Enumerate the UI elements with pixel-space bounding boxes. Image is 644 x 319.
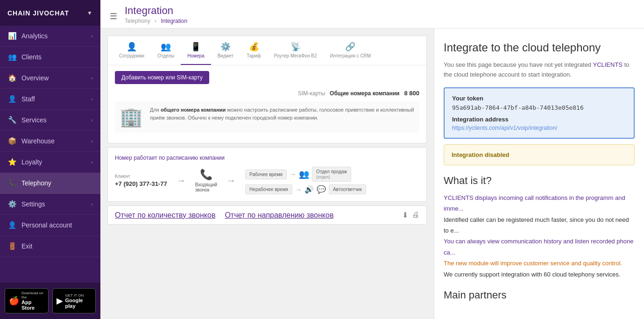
- googleplay-button[interactable]: ▶ GET IT ON Google play: [52, 288, 96, 313]
- sidebar-label-exit: Exit: [21, 242, 32, 250]
- sidebar-nav: 📊 Analytics › 👥 Clients 🏠 Overview › 👤 S…: [0, 26, 100, 283]
- phone-card-body: Добавить номер или SIM-карту SIM-карты О…: [108, 65, 426, 143]
- top-bar: ☰ Integration Telephony › Integration: [100, 0, 644, 28]
- sidebar-item-telephony[interactable]: 📞 Telephony: [0, 173, 100, 194]
- googleplay-small: GET IT ON: [65, 293, 92, 298]
- sidebar-item-settings[interactable]: ⚙️ Settings ›: [0, 194, 100, 215]
- sidebar-item-personal[interactable]: 👤 Personal account: [0, 215, 100, 236]
- hamburger-icon[interactable]: ☰: [110, 11, 117, 21]
- speaker-icon: 🔊: [304, 185, 314, 194]
- flow-arrow2: →: [226, 175, 236, 186]
- flow-working-box: Рабочее время: [245, 170, 287, 179]
- telephony-icon: 📞: [7, 179, 17, 187]
- phone-tab-интеграциясcrm[interactable]: 🔗 Интеграция с CRM: [324, 36, 378, 65]
- chevron-icon: ›: [91, 96, 93, 102]
- appstore-button[interactable]: 🍎 Download on the App Store: [5, 288, 49, 313]
- page-title: Integration: [125, 5, 635, 17]
- disabled-label: Integration disabled: [452, 151, 627, 158]
- phone-tab-отделы[interactable]: 👥 Отделы: [151, 36, 181, 65]
- sidebar: CHAIN JIVOCHAT ▼ 📊 Analytics › 👥 Clients…: [0, 0, 100, 319]
- sidebar-item-staff[interactable]: 👤 Staff ›: [0, 89, 100, 110]
- sim-tab-company[interactable]: Общие номера компании: [330, 90, 399, 97]
- incoming-label: Входящийзвонок: [195, 182, 217, 192]
- flow-arrow1: →: [177, 175, 186, 186]
- panel-title: Integrate to the cloud telephony: [444, 40, 635, 55]
- report-count-link[interactable]: Отчет по количеству звонков: [115, 211, 215, 220]
- right-panel: Integrate to the cloud telephony You see…: [434, 28, 644, 319]
- download-icon[interactable]: ⬇: [402, 211, 408, 220]
- company-desc: Для общего номера компании можно настрои…: [150, 106, 415, 128]
- settings-icon: ⚙️: [7, 200, 17, 208]
- sidebar-label-personal: Personal account: [21, 221, 72, 229]
- what-is-it-list: YCLIENTS displays incoming call notifica…: [444, 192, 635, 280]
- sidebar-label-loyalty: Loyalty: [21, 158, 42, 166]
- googleplay-big: Google play: [65, 298, 92, 309]
- appstore-small: Download on the: [21, 291, 44, 299]
- page-title-area: Integration Telephony › Integration: [125, 5, 635, 28]
- overview-icon: 🏠: [7, 74, 17, 82]
- sim-number: 8 800: [404, 90, 419, 97]
- phone-tab-виджет[interactable]: ⚙️ Виджет: [211, 36, 241, 65]
- phone-tab-сотрудники[interactable]: 👤 Сотрудники: [113, 36, 151, 65]
- sidebar-label-services: Services: [21, 116, 47, 124]
- content-area: 👤 Сотрудники 👥 Отделы 📱 Номера ⚙️ Виджет…: [100, 28, 644, 319]
- company-number-info: 🏢 Для общего номера компании можно настр…: [115, 101, 419, 133]
- flow-arrow-mid2: →: [295, 186, 302, 193]
- sidebar-item-exit[interactable]: 🚪 Exit: [0, 236, 100, 257]
- sidebar-label-analytics: Analytics: [21, 32, 48, 40]
- sidebar-item-clients[interactable]: 👥 Clients: [0, 47, 100, 68]
- panel-desc: You see this page because you have not y…: [444, 60, 635, 80]
- report-bar: Отчет по количеству звонков Отчет по нап…: [107, 206, 427, 225]
- address-value: https://yclients.com/api/v1/voip/integra…: [452, 125, 626, 131]
- clients-icon: 👥: [7, 53, 17, 61]
- what-line-2: You can always view communication histor…: [444, 236, 635, 258]
- report-direction-link[interactable]: Отчет по направлению звонков: [225, 211, 333, 220]
- apple-icon: 🍎: [9, 296, 19, 306]
- breadcrumb-current: Integration: [161, 18, 187, 24]
- sidebar-item-loyalty[interactable]: ⭐ Loyalty ›: [0, 152, 100, 173]
- sidebar-label-telephony: Telephony: [21, 179, 51, 187]
- chevron-icon: ›: [91, 201, 93, 207]
- report-icons: ⬇ 🖨: [402, 211, 419, 220]
- dept-icon: 👥: [299, 169, 309, 179]
- chevron-icon: ›: [91, 75, 93, 81]
- warehouse-icon: 📦: [7, 137, 17, 145]
- sidebar-item-services[interactable]: 🔧 Services ›: [0, 110, 100, 131]
- sidebar-item-warehouse[interactable]: 📦 Warehouse ›: [0, 131, 100, 152]
- print-icon[interactable]: 🖨: [412, 211, 419, 220]
- android-icon: ▶: [57, 296, 63, 306]
- app-name: CHAIN JIVOCHAT: [7, 9, 69, 17]
- address-label: Integration address: [452, 116, 626, 123]
- flow-row-working: Рабочее время → 👥 Отдел продаж(отдел): [245, 167, 366, 182]
- phone-tab-номера[interactable]: 📱 Номера: [181, 36, 211, 65]
- loyalty-icon: ⭐: [7, 158, 17, 166]
- bubble-icon: 💬: [317, 185, 326, 194]
- sidebar-item-analytics[interactable]: 📊 Analytics ›: [0, 26, 100, 47]
- flow-autoreply-box: Автоответчик: [329, 184, 366, 194]
- flow-nonworking-box: Нерабочее время: [245, 184, 292, 194]
- sim-tab-sim[interactable]: SIM-карты: [298, 90, 325, 97]
- flow-dept-box: Отдел продаж(отдел): [312, 167, 351, 182]
- yclients-highlight: YCLIENTS: [593, 61, 623, 68]
- chevron-down-icon: ▼: [87, 10, 93, 16]
- staff-icon: 👤: [7, 95, 17, 103]
- flow-arrow-mid1: →: [290, 170, 296, 178]
- what-line-4: We currently support integration with 60…: [444, 269, 635, 280]
- sidebar-item-overview[interactable]: 🏠 Overview ›: [0, 68, 100, 89]
- flow-card: Номер работает по расписанию компании Кл…: [107, 147, 427, 202]
- sidebar-header[interactable]: CHAIN JIVOCHAT ▼: [0, 0, 100, 26]
- phone-tab-тариф[interactable]: 💰 Тариф: [240, 36, 268, 65]
- flow-header: Номер работает по расписанию компании: [115, 155, 419, 161]
- add-number-button[interactable]: Добавить номер или SIM-карту: [115, 71, 209, 84]
- flow-group: Рабочее время → 👥 Отдел продаж(отдел) Не…: [245, 167, 366, 194]
- phone-tabs-header: 👤 Сотрудники 👥 Отделы 📱 Номера ⚙️ Виджет…: [108, 36, 426, 65]
- analytics-icon: 📊: [7, 32, 17, 40]
- incoming-call-icon: 📞: [200, 169, 212, 181]
- sidebar-label-staff: Staff: [21, 95, 35, 103]
- breadcrumb: Telephony › Integration: [125, 18, 635, 28]
- left-panel: 👤 Сотрудники 👥 Отделы 📱 Номера ⚙️ Виджет…: [100, 28, 434, 319]
- what-is-it-title: What is it?: [444, 175, 635, 187]
- phone-tab-роутермегафонв2[interactable]: 📡 Роутер МегаФон В2: [268, 36, 324, 65]
- breadcrumb-parent[interactable]: Telephony: [125, 18, 150, 24]
- services-icon: 🔧: [7, 116, 17, 124]
